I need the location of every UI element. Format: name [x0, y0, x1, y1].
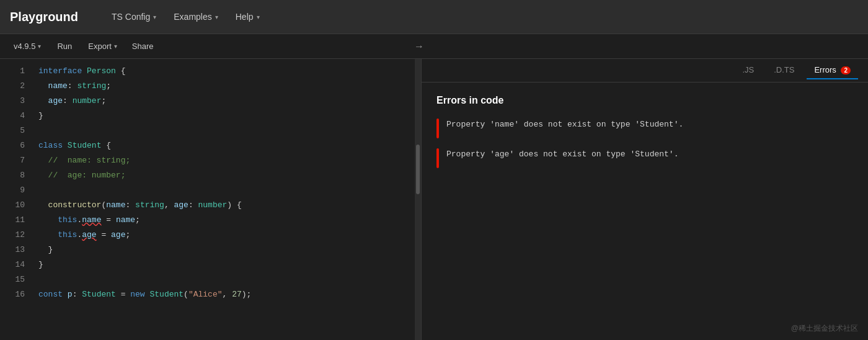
code-area: 12345678910111213141516 interface Person…	[0, 59, 421, 340]
secondary-toolbar: v4.9.5 ▾ Run Export ▾ Share →	[0, 34, 868, 59]
code-content[interactable]: interface Person { name: string; age: nu…	[31, 59, 421, 340]
help-label: Help	[236, 12, 254, 22]
output-tabs: .JS .D.TS Errors 2	[422, 59, 868, 83]
toolbar-left-group: v4.9.5 ▾ Run Export ▾ Share →	[7, 38, 429, 55]
errors-badge: 2	[841, 66, 851, 74]
tsconfig-nav[interactable]: TS Config ▾	[103, 8, 165, 25]
tab-dts-label: .D.TS	[774, 65, 794, 74]
editor-scrollbar[interactable]	[415, 59, 421, 340]
brand-title: Playground	[10, 10, 78, 24]
examples-nav[interactable]: Examples ▾	[165, 8, 226, 25]
tab-js-label: .JS	[742, 65, 754, 74]
code-line-15	[38, 272, 414, 287]
tab-errors-label: Errors	[814, 65, 836, 74]
error-token: name	[82, 213, 101, 228]
code-line-4: }	[38, 109, 414, 123]
code-line-10: constructor(name: string, age: number) {	[38, 198, 414, 213]
export-arrow-icon: ▾	[114, 43, 117, 50]
error-bar-2	[436, 148, 439, 168]
error-text-2: Property 'age' does not exist on type 'S…	[446, 148, 678, 161]
errors-output: Errors in code Property 'name' does not …	[422, 83, 868, 340]
tab-js[interactable]: .JS	[735, 61, 761, 79]
code-line-16: const p: Student = new Student("Alice", …	[38, 287, 414, 302]
watermark: @稀土掘金技术社区	[791, 323, 858, 334]
code-line-13: }	[38, 243, 414, 257]
help-nav[interactable]: Help ▾	[227, 8, 268, 25]
version-arrow-icon: ▾	[38, 43, 41, 50]
tab-dts[interactable]: .D.TS	[766, 61, 802, 79]
run-button[interactable]: Run	[50, 39, 79, 53]
error-item-2: Property 'age' does not exist on type 'S…	[436, 148, 853, 168]
top-navbar: Playground TS Config ▾ Examples ▾ Help ▾	[0, 0, 868, 34]
help-arrow-icon: ▾	[257, 14, 260, 20]
share-label: Share	[132, 42, 154, 51]
code-line-6: class Student {	[38, 138, 414, 153]
line-numbers: 12345678910111213141516	[0, 59, 31, 340]
code-line-12: this.age = age;	[38, 228, 414, 243]
error-text-1: Property 'name' does not exist on type '…	[446, 119, 683, 132]
code-line-9	[38, 183, 414, 198]
code-line-2: name: string;	[38, 79, 414, 94]
code-line-11: this.name = name;	[38, 213, 414, 228]
tsconfig-arrow-icon: ▾	[153, 14, 156, 20]
error-bar-1	[436, 119, 439, 138]
code-line-8: // age: number;	[38, 168, 414, 183]
version-button[interactable]: v4.9.5 ▾	[7, 39, 47, 53]
code-line-14: }	[38, 257, 414, 272]
export-label: Export	[88, 42, 112, 51]
main-content: 12345678910111213141516 interface Person…	[0, 59, 868, 340]
export-button[interactable]: Export ▾	[82, 39, 123, 53]
code-line-5	[38, 123, 414, 138]
examples-arrow-icon: ▾	[215, 14, 218, 20]
error-item-1: Property 'name' does not exist on type '…	[436, 119, 853, 138]
run-label: Run	[57, 42, 72, 51]
collapse-button[interactable]: →	[409, 38, 429, 55]
share-button[interactable]: Share	[126, 39, 160, 53]
version-label: v4.9.5	[14, 42, 35, 51]
output-panel: .JS .D.TS Errors 2 Errors in code Proper…	[422, 59, 868, 340]
error-token: age	[82, 228, 96, 243]
tsconfig-label: TS Config	[112, 12, 150, 22]
scrollbar-thumb[interactable]	[416, 145, 420, 194]
examples-label: Examples	[174, 12, 211, 22]
editor-panel[interactable]: 12345678910111213141516 interface Person…	[0, 59, 422, 340]
tab-errors[interactable]: Errors 2	[807, 61, 858, 79]
code-line-7: // name: string;	[38, 153, 414, 168]
code-line-3: age: number;	[38, 94, 414, 109]
errors-title: Errors in code	[436, 95, 853, 106]
code-line-1: interface Person {	[38, 64, 414, 79]
